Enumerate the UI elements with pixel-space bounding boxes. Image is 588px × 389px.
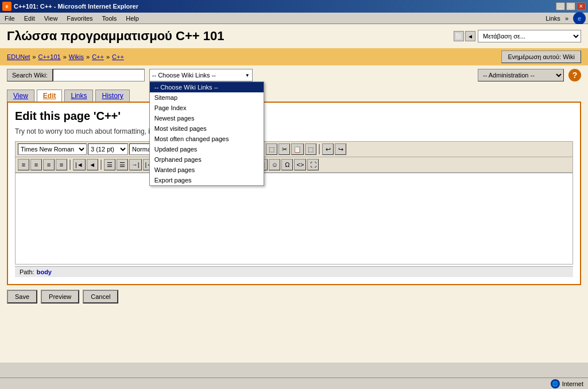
nav-icon-1[interactable]: ⬜ xyxy=(454,31,464,41)
menu-help[interactable]: Help xyxy=(123,14,141,23)
breadcrumb-cpp101[interactable]: C++101 xyxy=(38,53,60,60)
window-controls[interactable]: _ □ ✕ xyxy=(556,2,586,10)
preview-button[interactable]: Preview xyxy=(41,290,79,304)
wiki-links-item-6[interactable]: Updated pages xyxy=(150,144,264,154)
align-left-button[interactable]: ≡ xyxy=(18,159,29,170)
wiki-links-item-3[interactable]: Newest pages xyxy=(150,113,264,123)
indent-button[interactable]: →| xyxy=(129,159,142,170)
html-button[interactable]: <> xyxy=(294,159,306,170)
wiki-links-item-8[interactable]: Wanted pages xyxy=(150,165,264,175)
path-body: body xyxy=(37,269,52,275)
page-header: Γλώσσα προγραμματισμού C++ 101 ⬜ ◄ Μετάβ… xyxy=(0,24,588,48)
edit-page-subtitle: Try not to worry too much about formatti… xyxy=(15,127,573,135)
undo-button[interactable]: ↩ xyxy=(322,143,334,155)
search-wiki-button[interactable]: Search Wiki: xyxy=(7,69,53,81)
edit-page-title: Edit this page 'C++' xyxy=(15,110,573,123)
wiki-toolbar: Search Wiki: -- Choose Wiki Links -- ▼ -… xyxy=(0,65,588,85)
breadcrumb-wikis[interactable]: Wikis xyxy=(69,53,84,60)
wiki-links-item-7[interactable]: Orphaned pages xyxy=(150,154,264,165)
title-bar: e C++101: C++ - Microsoft Internet Explo… xyxy=(0,0,588,13)
breadcrumb-links: EDUNet » C++101 » Wikis » C++ » C++ xyxy=(7,53,124,60)
editor-textarea[interactable] xyxy=(15,173,573,264)
prev-button[interactable]: ◄ xyxy=(87,159,98,170)
nav-icons: ⬜ ◄ xyxy=(454,31,475,41)
breadcrumb-sep-3: » xyxy=(86,53,90,60)
breadcrumb-sep-2: » xyxy=(63,53,67,60)
menu-favorites[interactable]: Favorites xyxy=(64,14,95,23)
menu-bar: File Edit View Favorites Tools Help Link… xyxy=(0,13,588,24)
edit-content-area: Edit this page 'C++' Try not to worry to… xyxy=(7,102,581,285)
action-buttons: Save Preview Cancel xyxy=(0,285,588,308)
tab-history[interactable]: History xyxy=(95,90,129,102)
align-center-button[interactable]: ≡ xyxy=(30,159,42,170)
unordered-list-button[interactable]: ☰ xyxy=(104,159,115,170)
menu-edit[interactable]: Edit xyxy=(22,14,37,23)
align-right-button[interactable]: ≡ xyxy=(43,159,55,170)
ordered-list-button[interactable]: ☰ xyxy=(117,159,128,170)
wiki-links-selected: -- Choose Wiki Links -- xyxy=(152,72,216,79)
breadcrumb-cpp2[interactable]: C++ xyxy=(112,53,124,60)
menu-file[interactable]: File xyxy=(2,14,17,23)
path-label: Path: xyxy=(20,269,34,275)
wiki-links-item-0[interactable]: -- Choose Wiki Links -- xyxy=(150,82,264,92)
wiki-links-item-1[interactable]: Sitemap xyxy=(150,92,264,103)
wiki-links-menu: -- Choose Wiki Links -- Sitemap Page Ind… xyxy=(149,81,264,186)
fmt-sep-4 xyxy=(319,144,320,154)
wiki-links-item-9[interactable]: Export pages xyxy=(150,175,264,185)
fmt-sep-6 xyxy=(100,160,102,170)
copy-button[interactable]: ⬚ xyxy=(266,143,277,155)
page-title: Γλώσσα προγραμματισμού C++ 101 xyxy=(7,29,224,44)
breadcrumb-sep-1: » xyxy=(32,53,36,60)
breadcrumb-cpp[interactable]: C++ xyxy=(92,53,104,60)
path-bar: Path: body xyxy=(15,266,573,277)
cut-button[interactable]: ✂ xyxy=(278,143,290,155)
help-icon[interactable]: ? xyxy=(568,69,581,81)
wiki-links-dropdown-container[interactable]: -- Choose Wiki Links -- ▼ -- Choose Wiki… xyxy=(149,69,253,81)
maximize-button[interactable]: □ xyxy=(566,2,575,10)
wiki-links-dropdown[interactable]: -- Choose Wiki Links -- ▼ xyxy=(149,69,253,81)
paste-plain-button[interactable]: ⬚ xyxy=(305,143,316,155)
app-icon: e xyxy=(2,2,11,11)
fmt-sep-5 xyxy=(69,160,71,170)
first-button[interactable]: |◄ xyxy=(73,159,86,170)
format-toolbar-1: Times New Roman 3 (12 pt) Normal B I U S… xyxy=(15,141,573,157)
breadcrumb-sep-4: » xyxy=(106,53,110,60)
cancel-button[interactable]: Cancel xyxy=(83,290,118,304)
nav-icon-2[interactable]: ◄ xyxy=(465,31,475,41)
tab-links[interactable]: Links xyxy=(64,90,93,102)
menu-tools[interactable]: Tools xyxy=(100,14,119,23)
goto-dropdown[interactable]: Μετάβαση σε... xyxy=(478,30,581,42)
font-family-select[interactable]: Times New Roman xyxy=(18,143,87,155)
menu-view[interactable]: View xyxy=(42,14,60,23)
fullscreen-button[interactable]: ⛶ xyxy=(307,159,319,170)
save-button[interactable]: Save xyxy=(7,290,37,304)
admin-dropdown[interactable]: -- Administration -- xyxy=(478,69,564,81)
tab-view[interactable]: View xyxy=(7,90,34,102)
emoticon-button[interactable]: ☺ xyxy=(269,159,280,170)
font-size-select[interactable]: 3 (12 pt) xyxy=(88,143,128,155)
tab-bar: View Edit Links History xyxy=(0,85,588,102)
search-wiki-input[interactable] xyxy=(53,69,145,81)
update-button[interactable]: Ενημέρωση αυτού: Wiki xyxy=(501,50,581,63)
toolbar-expand[interactable]: » xyxy=(565,15,568,22)
links-label: Links xyxy=(546,15,560,22)
browser-content: Γλώσσα προγραμματισμού C++ 101 ⬜ ◄ Μετάβ… xyxy=(0,24,588,363)
special-char-button[interactable]: Ω xyxy=(281,159,293,170)
align-justify-button[interactable]: ≡ xyxy=(56,159,67,170)
ie-logo: e xyxy=(573,12,586,25)
page-header-right: ⬜ ◄ Μετάβαση σε... xyxy=(454,30,581,42)
dropdown-arrow-icon: ▼ xyxy=(245,73,250,78)
wiki-links-item-2[interactable]: Page Index xyxy=(150,103,264,113)
breadcrumb: EDUNet » C++101 » Wikis » C++ » C++ Ενημ… xyxy=(0,48,588,65)
redo-button[interactable]: ↪ xyxy=(335,143,346,155)
tab-edit[interactable]: Edit xyxy=(37,90,63,102)
wiki-links-item-4[interactable]: Most visited pages xyxy=(150,123,264,134)
close-button[interactable]: ✕ xyxy=(577,2,586,10)
search-wiki-box: Search Wiki: xyxy=(7,69,145,81)
minimize-button[interactable]: _ xyxy=(556,2,565,10)
window-title: C++101: C++ - Microsoft Internet Explore… xyxy=(14,3,138,10)
format-toolbar-2: ≡ ≡ ≡ ≡ |◄ ◄ ☰ ☰ →| |← A ☺ — ⚓ 🔗 ⊘ 🖼 ⬚ ☺… xyxy=(15,157,573,173)
breadcrumb-edunet[interactable]: EDUNet xyxy=(7,53,30,60)
wiki-links-item-5[interactable]: Most often changed pages xyxy=(150,134,264,144)
paste-button[interactable]: 📋 xyxy=(291,143,304,155)
